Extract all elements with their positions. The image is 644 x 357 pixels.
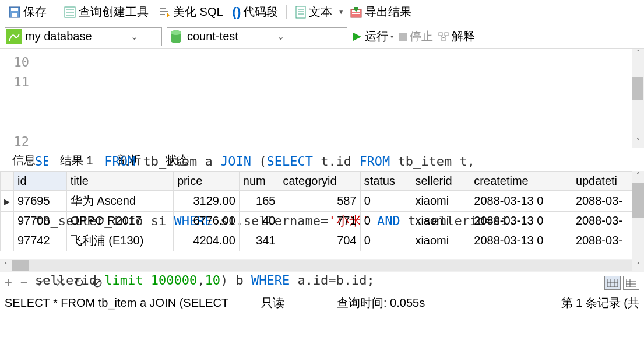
save-label: 保存	[23, 4, 47, 20]
export-icon	[350, 6, 363, 19]
cell-id[interactable]: 97695	[14, 191, 67, 212]
cell-sellerid[interactable]: xiaomi	[411, 191, 470, 212]
cell-status[interactable]: 0	[360, 191, 411, 212]
col-categoryid[interactable]: categoryid	[279, 172, 360, 191]
scroll-up-icon[interactable]: ˄	[632, 172, 644, 182]
beautify-button[interactable]: 美化 SQL	[154, 3, 227, 21]
table-row[interactable]: 97742 飞利浦 (E130) 4204.00 341 704 0 xiaom…	[1, 230, 644, 251]
grid-scrollbar-h[interactable]: ˂ ˃	[0, 259, 644, 272]
cell-createtime[interactable]: 2088-03-13 0	[470, 212, 572, 230]
cell-sellerid[interactable]: xiaomi	[411, 230, 470, 251]
add-record-button: +	[5, 275, 12, 290]
database-name: my database	[23, 30, 127, 43]
scroll-thumb[interactable]	[12, 260, 29, 271]
tab-result[interactable]: 结果 1	[48, 149, 105, 172]
grid-scrollbar-v[interactable]: ˄	[632, 172, 644, 259]
cell-categoryid[interactable]: 587	[279, 191, 360, 212]
svg-rect-10	[296, 6, 305, 18]
database-dropdown[interactable]: my database ⌄	[5, 27, 162, 46]
col-title[interactable]: title	[66, 172, 173, 191]
svg-rect-24	[445, 33, 448, 36]
scroll-track[interactable]	[12, 260, 632, 271]
cell-title[interactable]: OPPO R2017	[66, 212, 173, 230]
cell-status[interactable]: 0	[360, 212, 411, 230]
save-button[interactable]: 保存	[5, 3, 50, 21]
stop-button: 停止	[398, 29, 433, 44]
cell-sellerid[interactable]: xiaomi	[411, 212, 470, 230]
line-gutter: 10 11 12	[0, 49, 35, 148]
col-sellerid[interactable]: sellerid	[411, 172, 470, 191]
explain-button[interactable]: 解释	[438, 29, 475, 44]
cell-num[interactable]: 40	[239, 212, 279, 230]
schema-dropdown[interactable]: count-test ⌄	[167, 27, 347, 46]
svg-rect-16	[352, 13, 360, 14]
scroll-thumb[interactable]	[632, 77, 643, 100]
delete-record-button: −	[20, 275, 28, 290]
cell-status[interactable]: 0	[360, 230, 411, 251]
cell-categoryid[interactable]: 771	[279, 212, 360, 230]
query-builder-button[interactable]: 查询创建工具	[60, 3, 152, 21]
cell-createtime[interactable]: 2088-03-13 0	[470, 191, 572, 212]
col-createtime[interactable]: createtime	[470, 172, 572, 191]
svg-rect-2	[12, 13, 17, 17]
line-number: 10	[0, 52, 29, 72]
export-button[interactable]: 导出结果	[346, 3, 415, 21]
explain-label: 解释	[452, 29, 475, 44]
beautify-label: 美化 SQL	[173, 4, 223, 20]
scroll-down-icon[interactable]: ˅	[632, 138, 644, 148]
cell-categoryid[interactable]: 704	[279, 230, 360, 251]
col-status[interactable]: status	[360, 172, 411, 191]
cell-createtime[interactable]: 2088-03-13 0	[470, 230, 572, 251]
explain-icon	[438, 31, 449, 43]
col-id[interactable]: id	[14, 172, 67, 191]
code-area[interactable]: SELECT * FROM tb_item a JOIN (SELECT t.i…	[35, 49, 644, 148]
col-price[interactable]: price	[174, 172, 240, 191]
chevron-down-icon: ⌄	[273, 31, 288, 42]
svg-line-27	[444, 36, 446, 38]
separator	[55, 5, 55, 19]
export-label: 导出结果	[365, 4, 411, 20]
cell-id[interactable]: 97742	[14, 230, 67, 251]
stop-label: 停止	[410, 29, 433, 44]
svg-rect-17	[6, 29, 22, 44]
query-builder-icon	[64, 6, 76, 19]
play-icon	[352, 32, 363, 42]
sql-editor[interactable]: 10 11 12 SELECT * FROM tb_item a JOIN (S…	[0, 49, 644, 148]
scroll-thumb[interactable]	[632, 183, 644, 218]
text-button[interactable]: 文本	[291, 3, 336, 21]
query-builder-label: 查询创建工具	[79, 4, 149, 20]
cell-price[interactable]: 6776.00	[174, 212, 240, 230]
col-num[interactable]: num	[239, 172, 279, 191]
row-indicator	[1, 212, 14, 230]
row-indicator: ▸	[1, 191, 14, 212]
svg-point-20	[171, 38, 181, 43]
header-row: id title price num categoryid status sel…	[1, 172, 644, 191]
dropdown-arrow-icon[interactable]: ▾	[390, 33, 393, 40]
svg-rect-25	[442, 38, 445, 41]
chevron-down-icon: ⌄	[127, 31, 142, 42]
run-button[interactable]: 运行 ▾	[352, 29, 393, 44]
connection-icon	[5, 28, 23, 46]
table-row[interactable]: ▸ 97695 华为 Ascend 3129.00 165 587 0 xiao…	[1, 191, 644, 212]
cell-title[interactable]: 飞利浦 (E130)	[66, 230, 173, 251]
dropdown-arrow-icon[interactable]: ▼	[338, 9, 344, 15]
cell-id[interactable]: 97708	[14, 212, 67, 230]
cell-num[interactable]: 165	[239, 191, 279, 212]
editor-scrollbar[interactable]: ˄ ˅	[632, 49, 644, 148]
schema-name: count-test	[185, 30, 273, 43]
scroll-up-icon[interactable]: ˄	[632, 49, 644, 60]
svg-rect-22	[399, 33, 407, 41]
beautify-icon	[158, 6, 171, 19]
table-row[interactable]: 97708 OPPO R2017 6776.00 40 771 0 xiaomi…	[1, 212, 644, 230]
snippet-button[interactable]: () 代码段	[229, 3, 282, 21]
snippet-icon: ()	[233, 5, 241, 20]
cell-title[interactable]: 华为 Ascend	[66, 191, 173, 212]
scroll-left-icon[interactable]: ˂	[0, 261, 12, 270]
line-number: 11	[0, 72, 29, 92]
cell-price[interactable]: 3129.00	[174, 191, 240, 212]
result-grid[interactable]: id title price num categoryid status sel…	[0, 172, 644, 259]
snippet-label: 代码段	[243, 4, 278, 20]
cell-num[interactable]: 341	[239, 230, 279, 251]
svg-rect-1	[11, 8, 18, 11]
cell-price[interactable]: 4204.00	[174, 230, 240, 251]
